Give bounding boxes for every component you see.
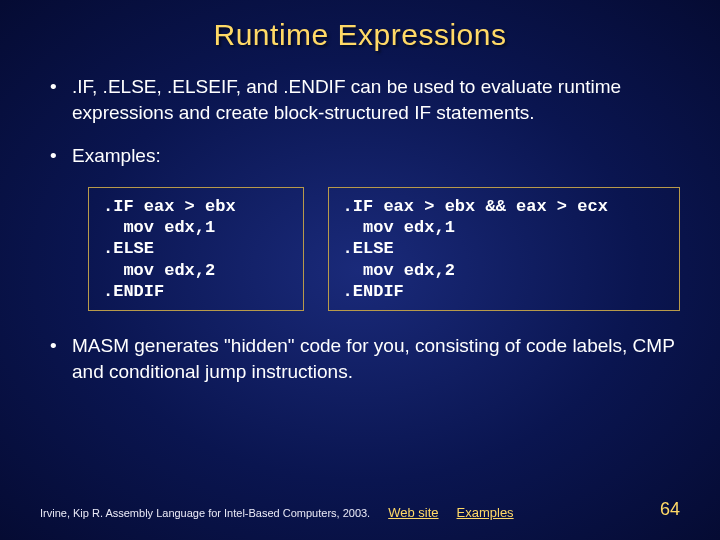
bullet-item: .IF, .ELSE, .ELSEIF, and .ENDIF can be u… [50, 74, 680, 125]
bullet-item: MASM generates "hidden" code for you, co… [50, 333, 680, 384]
footer-citation: Irvine, Kip R. Assembly Language for Int… [40, 507, 370, 519]
slide: Runtime Expressions .IF, .ELSE, .ELSEIF,… [0, 0, 720, 540]
bullet-list: MASM generates "hidden" code for you, co… [50, 333, 680, 384]
slide-footer: Irvine, Kip R. Assembly Language for Int… [40, 499, 680, 520]
page-number: 64 [660, 499, 680, 520]
code-example-right: .IF eax > ebx && eax > ecx mov edx,1 .EL… [328, 187, 680, 311]
code-example-left: .IF eax > ebx mov edx,1 .ELSE mov edx,2 … [88, 187, 304, 311]
footer-left: Irvine, Kip R. Assembly Language for Int… [40, 505, 514, 520]
code-examples-row: .IF eax > ebx mov edx,1 .ELSE mov edx,2 … [88, 187, 680, 311]
slide-title: Runtime Expressions [40, 18, 680, 52]
bullet-item: Examples: [50, 143, 680, 169]
footer-link-website[interactable]: Web site [388, 505, 438, 520]
bullet-list: .IF, .ELSE, .ELSEIF, and .ENDIF can be u… [50, 74, 680, 169]
footer-link-examples[interactable]: Examples [457, 505, 514, 520]
